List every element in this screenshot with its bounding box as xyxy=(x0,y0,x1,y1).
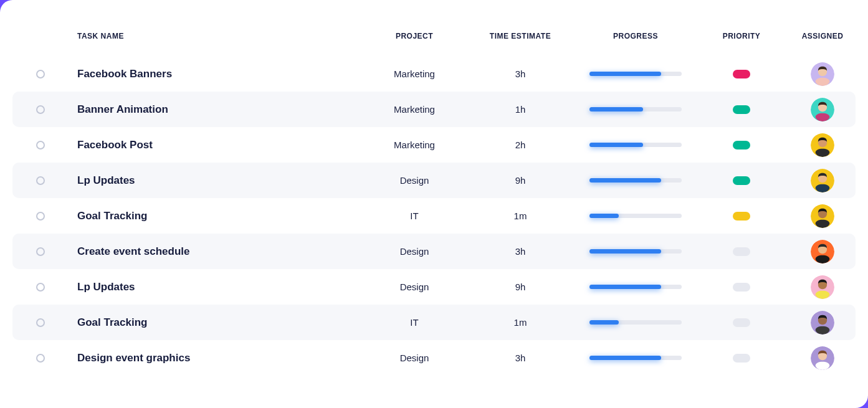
priority-cell xyxy=(698,105,785,114)
project-cell: Design xyxy=(361,246,467,257)
task-name: Lp Updates xyxy=(62,174,361,187)
priority-cell xyxy=(698,354,785,363)
progress-bar xyxy=(589,249,682,254)
priority-cell xyxy=(698,141,785,149)
priority-pill[interactable] xyxy=(733,283,750,292)
assigned-cell xyxy=(785,275,860,299)
row-select-radio[interactable] xyxy=(36,354,45,363)
progress-bar xyxy=(589,72,682,76)
project-cell: Design xyxy=(361,175,467,186)
progress-fill xyxy=(589,178,661,183)
task-name: Create event schedule xyxy=(62,245,361,258)
time-estimate-cell: 9h xyxy=(467,175,573,186)
progress-bar xyxy=(589,320,682,325)
table-row[interactable]: Lp UpdatesDesign9h xyxy=(12,163,856,198)
col-header-task: TASK NAME xyxy=(62,32,361,40)
progress-fill xyxy=(589,214,619,218)
priority-cell xyxy=(698,283,785,292)
progress-bar xyxy=(589,285,682,289)
priority-pill[interactable] xyxy=(733,105,750,114)
task-table: TASK NAME PROJECT TIME ESTIMATE PROGRESS… xyxy=(12,25,856,376)
row-select-radio[interactable] xyxy=(36,283,45,292)
table-row[interactable]: Design event graphicsDesign3h xyxy=(12,340,856,376)
avatar[interactable] xyxy=(811,62,834,86)
avatar[interactable] xyxy=(811,346,834,370)
project-cell: Design xyxy=(361,282,467,292)
table-row[interactable]: Create event scheduleDesign3h xyxy=(12,234,856,269)
col-header-project: PROJECT xyxy=(361,32,467,40)
progress-fill xyxy=(589,249,661,254)
progress-bar xyxy=(589,178,682,183)
row-select-radio[interactable] xyxy=(36,105,45,114)
avatar[interactable] xyxy=(811,311,834,334)
time-estimate-cell: 1m xyxy=(467,317,573,328)
time-estimate-cell: 9h xyxy=(467,282,573,292)
priority-cell xyxy=(698,318,785,327)
col-header-assigned: ASSIGNED xyxy=(785,32,860,40)
progress-fill xyxy=(589,143,643,147)
progress-cell xyxy=(573,143,698,147)
table-row[interactable]: Lp UpdatesDesign9h xyxy=(12,269,856,305)
assigned-cell xyxy=(785,169,860,192)
project-cell: Design xyxy=(361,353,467,363)
row-select-radio[interactable] xyxy=(36,141,45,149)
table-row[interactable]: Facebook BannersMarketing3h xyxy=(12,56,856,92)
priority-pill[interactable] xyxy=(733,247,750,256)
task-name: Goal Tracking xyxy=(62,316,361,329)
task-name: Goal Tracking xyxy=(62,210,361,222)
avatar[interactable] xyxy=(811,169,834,192)
col-header-priority: PRIORITY xyxy=(698,32,785,40)
table-row[interactable]: Goal TrackingIT1m xyxy=(12,198,856,234)
priority-pill[interactable] xyxy=(733,176,750,185)
row-select-radio[interactable] xyxy=(36,176,45,185)
time-estimate-cell: 2h xyxy=(467,140,573,150)
time-estimate-cell: 3h xyxy=(467,246,573,257)
priority-pill[interactable] xyxy=(733,141,750,149)
progress-bar xyxy=(589,356,682,360)
table-row[interactable]: Goal TrackingIT1m xyxy=(12,305,856,340)
row-select-radio[interactable] xyxy=(36,318,45,327)
avatar[interactable] xyxy=(811,275,834,299)
assigned-cell xyxy=(785,204,860,228)
progress-fill xyxy=(589,285,661,289)
priority-cell xyxy=(698,247,785,256)
priority-cell xyxy=(698,70,785,78)
avatar[interactable] xyxy=(811,204,834,228)
progress-cell xyxy=(573,356,698,360)
progress-cell xyxy=(573,107,698,111)
progress-cell xyxy=(573,249,698,254)
assigned-cell xyxy=(785,62,860,86)
time-estimate-cell: 3h xyxy=(467,353,573,363)
assigned-cell xyxy=(785,240,860,263)
row-select-radio[interactable] xyxy=(36,70,45,78)
progress-bar xyxy=(589,107,682,111)
col-header-progress: PROGRESS xyxy=(573,32,698,40)
progress-fill xyxy=(589,107,643,111)
time-estimate-cell: 3h xyxy=(467,69,573,79)
priority-pill[interactable] xyxy=(733,70,750,78)
avatar[interactable] xyxy=(811,133,834,157)
task-name: Facebook Post xyxy=(62,139,361,151)
table-header-row: TASK NAME PROJECT TIME ESTIMATE PROGRESS… xyxy=(12,25,856,47)
progress-fill xyxy=(589,72,661,76)
priority-pill[interactable] xyxy=(733,212,750,221)
priority-cell xyxy=(698,212,785,221)
progress-cell xyxy=(573,320,698,325)
row-select-radio[interactable] xyxy=(36,247,45,256)
priority-pill[interactable] xyxy=(733,354,750,363)
progress-fill xyxy=(589,320,619,325)
table-row[interactable]: Banner AnimationMarketing1h xyxy=(12,92,856,127)
time-estimate-cell: 1h xyxy=(467,104,573,115)
time-estimate-cell: 1m xyxy=(467,211,573,221)
avatar[interactable] xyxy=(811,240,834,263)
row-select-radio[interactable] xyxy=(36,212,45,221)
avatar[interactable] xyxy=(811,98,834,121)
priority-pill[interactable] xyxy=(733,318,750,327)
progress-cell xyxy=(573,178,698,183)
task-name: Design event graphics xyxy=(62,352,361,364)
col-header-time: TIME ESTIMATE xyxy=(467,32,573,40)
table-row[interactable]: Facebook PostMarketing2h xyxy=(12,127,856,163)
assigned-cell xyxy=(785,98,860,121)
assigned-cell xyxy=(785,346,860,370)
task-name: Banner Animation xyxy=(62,103,361,116)
